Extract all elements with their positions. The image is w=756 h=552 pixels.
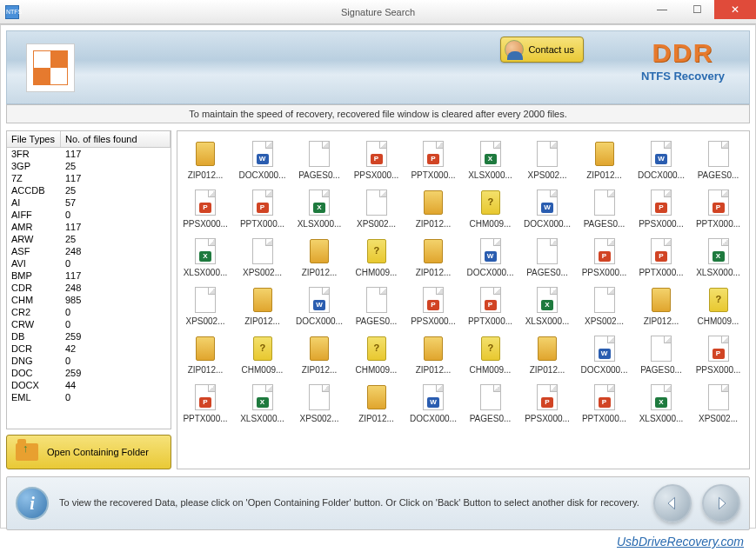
- file-item[interactable]: PPPTX000...: [237, 185, 289, 232]
- file-item[interactable]: PPPSX000...: [635, 185, 687, 232]
- file-item[interactable]: PPPTX000...: [635, 234, 687, 281]
- table-row[interactable]: 7Z117: [7, 172, 171, 184]
- file-item[interactable]: XPS002...: [579, 283, 631, 329]
- file-item[interactable]: PPPSX000...: [351, 136, 403, 183]
- open-containing-folder-button[interactable]: Open Containing Folder: [6, 435, 171, 469]
- file-item[interactable]: XXLSX000...: [465, 136, 517, 183]
- file-item[interactable]: PPPSX000...: [692, 331, 745, 378]
- table-row[interactable]: DNG0: [7, 355, 171, 367]
- recovered-files-panel[interactable]: ZIP012...WDOCX000...PAGES0...PPPSX000...…: [177, 130, 750, 469]
- table-row[interactable]: DCR42: [7, 343, 171, 355]
- file-item[interactable]: PAGES0...: [351, 283, 403, 329]
- file-item[interactable]: PAGES0...: [521, 234, 573, 281]
- file-item[interactable]: ZIP012...: [179, 136, 231, 183]
- watermark-link[interactable]: UsbDriveRecovery.com: [617, 535, 744, 549]
- file-item[interactable]: ZIP012...: [407, 185, 459, 232]
- file-item[interactable]: XPS002...: [293, 380, 345, 427]
- file-item[interactable]: PAGES0...: [635, 331, 687, 378]
- file-item[interactable]: CHM009...: [351, 331, 403, 378]
- next-button[interactable]: [702, 484, 740, 522]
- table-row[interactable]: 3GP25: [7, 160, 171, 172]
- file-icon: [192, 286, 218, 314]
- file-item[interactable]: XPS002...: [521, 136, 573, 183]
- file-item[interactable]: PAGES0...: [692, 136, 745, 183]
- file-item[interactable]: ZIP012...: [407, 234, 459, 281]
- file-item[interactable]: PPPSX000...: [179, 185, 231, 232]
- table-row[interactable]: CDR248: [7, 282, 171, 294]
- table-row[interactable]: EML0: [7, 391, 171, 403]
- file-item[interactable]: PPPTX000...: [692, 185, 745, 232]
- file-item[interactable]: PPPTX000...: [407, 136, 459, 183]
- file-item[interactable]: XXLSX000...: [692, 234, 745, 281]
- file-types-table[interactable]: File Types No. of files found 3FR1173GP2…: [6, 130, 171, 429]
- file-item[interactable]: ZIP012...: [521, 331, 573, 378]
- file-item[interactable]: ZIP012...: [351, 380, 403, 427]
- file-item[interactable]: CHM009...: [237, 331, 289, 378]
- file-item[interactable]: WDOCX000...: [237, 136, 289, 183]
- file-item[interactable]: ZIP012...: [179, 331, 231, 378]
- file-item[interactable]: PPPTX000...: [579, 380, 631, 427]
- file-item[interactable]: XPS002...: [692, 380, 745, 427]
- file-icon: W: [592, 335, 618, 362]
- table-row[interactable]: 3FR117: [7, 148, 171, 160]
- file-name: PPTX000...: [411, 170, 455, 180]
- minimize-button[interactable]: —: [645, 0, 679, 19]
- close-button[interactable]: ✕: [714, 0, 756, 19]
- file-name: XLSX000...: [240, 414, 284, 423]
- table-row[interactable]: CR20: [7, 306, 171, 318]
- file-item[interactable]: XXLSX000...: [237, 380, 289, 427]
- app-icon: NTFS: [5, 5, 19, 19]
- file-item[interactable]: PAGES0...: [465, 380, 517, 427]
- file-item[interactable]: XXLSX000...: [293, 185, 345, 232]
- file-item[interactable]: ZIP012...: [635, 283, 687, 329]
- table-row[interactable]: AVI0: [7, 257, 171, 269]
- table-row[interactable]: DB259: [7, 330, 171, 343]
- contact-us-button[interactable]: Contact us: [500, 37, 584, 63]
- maximize-button[interactable]: ☐: [679, 0, 714, 19]
- file-item[interactable]: ZIP012...: [579, 136, 631, 183]
- file-item[interactable]: WDOCX000...: [635, 136, 687, 183]
- col-files-found[interactable]: No. of files found: [61, 131, 171, 147]
- table-row[interactable]: ACCDB25: [7, 184, 171, 196]
- file-item[interactable]: PPPTX000...: [179, 380, 231, 427]
- table-header[interactable]: File Types No. of files found: [7, 131, 171, 148]
- file-item[interactable]: XXLSX000...: [521, 283, 573, 329]
- file-item[interactable]: CHM009...: [465, 331, 517, 378]
- file-item[interactable]: WDOCX000...: [465, 234, 517, 281]
- file-item[interactable]: PPPSX000...: [579, 234, 631, 281]
- file-item[interactable]: ZIP012...: [237, 283, 289, 329]
- table-row[interactable]: DOC259: [7, 367, 171, 379]
- file-item[interactable]: PAGES0...: [579, 185, 631, 232]
- file-item[interactable]: WDOCX000...: [293, 283, 345, 329]
- file-icon: [306, 335, 332, 362]
- file-item[interactable]: ZIP012...: [293, 234, 345, 281]
- table-row[interactable]: ASF248: [7, 245, 171, 257]
- file-item[interactable]: PPPSX000...: [407, 283, 459, 329]
- back-button[interactable]: [653, 484, 692, 522]
- table-row[interactable]: AMR117: [7, 221, 171, 233]
- col-file-types[interactable]: File Types: [7, 131, 61, 147]
- table-row[interactable]: BMP117: [7, 269, 171, 282]
- file-item[interactable]: XXLSX000...: [635, 380, 687, 427]
- file-item[interactable]: XPS002...: [179, 283, 231, 329]
- file-item[interactable]: XXLSX000...: [179, 234, 231, 281]
- file-item[interactable]: CHM009...: [351, 234, 403, 281]
- file-item[interactable]: PAGES0...: [293, 136, 345, 183]
- file-item[interactable]: PPPTX000...: [465, 283, 517, 329]
- table-row[interactable]: AIFF0: [7, 209, 171, 221]
- file-item[interactable]: XPS002...: [351, 185, 403, 232]
- file-item[interactable]: CHM009...: [465, 185, 517, 232]
- file-item[interactable]: CHM009...: [692, 283, 745, 329]
- file-item[interactable]: WDOCX000...: [407, 380, 459, 427]
- file-item[interactable]: ZIP012...: [407, 331, 459, 378]
- table-row[interactable]: ARW25: [7, 233, 171, 245]
- table-row[interactable]: CRW0: [7, 318, 171, 330]
- file-item[interactable]: WDOCX000...: [521, 185, 573, 232]
- file-item[interactable]: PPPSX000...: [521, 380, 573, 427]
- table-row[interactable]: AI57: [7, 196, 171, 209]
- file-item[interactable]: XPS002...: [237, 234, 289, 281]
- file-item[interactable]: ZIP012...: [293, 331, 345, 378]
- table-row[interactable]: CHM985: [7, 294, 171, 306]
- table-row[interactable]: DOCX44: [7, 379, 171, 391]
- file-item[interactable]: WDOCX000...: [579, 331, 631, 378]
